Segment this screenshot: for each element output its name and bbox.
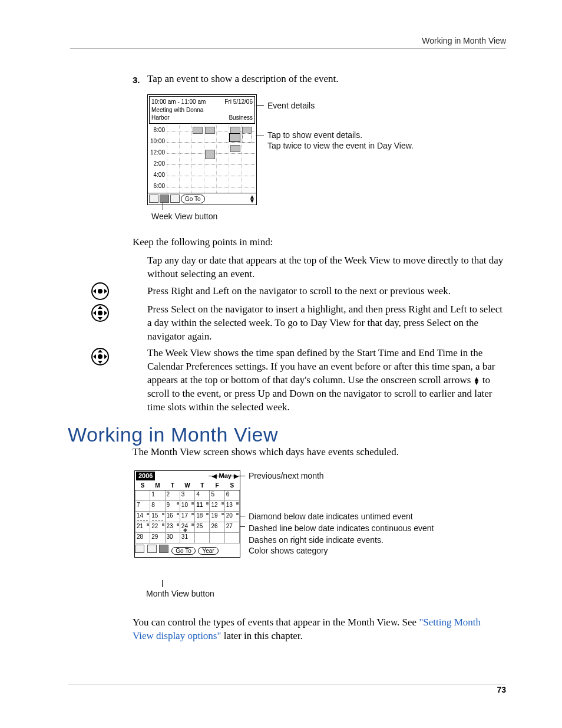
- annotation-line: [162, 580, 163, 587]
- closing-paragraph: You can control the types of events that…: [133, 616, 504, 643]
- day-view-icon[interactable]: [135, 545, 144, 553]
- event-detail-box[interactable]: 10:00 am - 11:00 amFri 5/12/06 Meeting w…: [149, 96, 255, 124]
- day-cell[interactable]: [224, 533, 239, 543]
- day-cell[interactable]: [210, 533, 224, 543]
- day-view-icon[interactable]: [149, 195, 158, 203]
- day-cell[interactable]: 1: [150, 490, 165, 501]
- day-cell[interactable]: 18: [195, 512, 210, 522]
- annotation-dashes: Dashes on right side indicate events.: [249, 535, 384, 546]
- month-view-btn-label: Month View button: [146, 588, 214, 599]
- day-cell[interactable]: 24: [180, 522, 194, 533]
- annotation-line: [240, 516, 245, 516]
- dow: M: [150, 481, 165, 490]
- day-cell[interactable]: 22: [150, 522, 165, 533]
- day-cell[interactable]: 29: [150, 533, 165, 543]
- running-header: Working in Month View: [422, 35, 506, 47]
- day-cell-today[interactable]: 11: [195, 501, 210, 512]
- dow: T: [195, 481, 210, 490]
- event-location: Harbor: [151, 114, 170, 121]
- hour-label: 6:00: [150, 182, 165, 190]
- day-cell[interactable]: 20: [224, 512, 239, 522]
- week-view-icon[interactable]: [147, 545, 157, 553]
- goto-button[interactable]: Go To: [181, 195, 205, 204]
- day-cell[interactable]: 26: [210, 522, 224, 533]
- day-cell[interactable]: 25: [195, 522, 210, 533]
- day-cell[interactable]: 19: [210, 512, 224, 522]
- hour-label: 4:00: [150, 171, 165, 179]
- year-button[interactable]: Year: [198, 547, 218, 555]
- event-block[interactable]: [193, 127, 203, 134]
- day-cell[interactable]: 2: [165, 490, 180, 501]
- event-time: 10:00 am - 11:00 am: [151, 98, 206, 105]
- day-cell[interactable]: 30: [165, 533, 180, 543]
- annotation-tap2: Tap twice to view the event in Day View.: [267, 140, 414, 151]
- day-cell[interactable]: [195, 533, 210, 543]
- annotation-line: [256, 136, 264, 136]
- navigator-icon: [91, 348, 127, 365]
- tip-1: Tap any day or date that appears at the …: [147, 254, 504, 281]
- event-date: Fri 5/12/06: [224, 98, 253, 106]
- annotation-color: Color shows category: [249, 545, 328, 556]
- week-toolbar: Go To ▲▼: [148, 193, 256, 205]
- goto-button[interactable]: Go To: [171, 547, 196, 555]
- annotation-dashed: Dashed line below date indicates continu…: [249, 523, 434, 534]
- event-subject: Meeting with Donna: [151, 106, 253, 114]
- navigator-icon: [91, 304, 127, 322]
- day-cell[interactable]: 9: [165, 501, 180, 512]
- day-cell[interactable]: [135, 490, 150, 501]
- day-cell[interactable]: 3: [180, 490, 194, 501]
- tip-4: The Week View shows the time span define…: [147, 347, 504, 414]
- day-cell[interactable]: 23: [165, 522, 180, 533]
- running-header-text: Working in Month View: [422, 36, 506, 45]
- header-rule: [70, 48, 506, 49]
- event-block[interactable]: [230, 145, 240, 152]
- day-cell[interactable]: 31: [180, 533, 194, 543]
- month-intro: The Month View screen shows which days h…: [133, 446, 504, 459]
- event-block-outline[interactable]: [242, 133, 252, 143]
- month-view-screenshot: 2006 ◀ May ▶ S M T W T F S 1 2 3 4 5 6 7…: [134, 470, 240, 558]
- event-block[interactable]: [205, 150, 215, 159]
- month-grid[interactable]: S M T W T F S 1 2 3 4 5 6 7 8 9 10 11 12…: [135, 481, 240, 544]
- day-cell[interactable]: 7: [135, 501, 150, 512]
- scroll-arrows-icon[interactable]: ▲▼: [249, 195, 255, 203]
- annotation-line: [209, 476, 245, 476]
- day-cell[interactable]: 14: [135, 512, 150, 522]
- annotation-line: [163, 203, 163, 210]
- day-cell[interactable]: 17: [180, 512, 194, 522]
- annotation-line: [240, 526, 245, 527]
- step-text: Tap an event to show a description of th…: [147, 73, 501, 86]
- week-grid[interactable]: 8:00 10:00 12:00 2:00 4:00 6:00: [148, 125, 256, 193]
- day-cell[interactable]: 5: [210, 490, 224, 501]
- day-cell[interactable]: 13: [224, 501, 239, 512]
- event-block-selected[interactable]: [229, 133, 240, 142]
- week-view-icon[interactable]: [160, 195, 169, 203]
- day-cell[interactable]: 4: [195, 490, 210, 501]
- day-cell[interactable]: 12: [210, 501, 224, 512]
- annotation-diamond: Diamond below date indicates untimed eve…: [249, 511, 413, 522]
- annotation-prevnext: Previous/next month: [249, 470, 324, 482]
- day-cell[interactable]: 28: [135, 533, 150, 543]
- closing-a: You can control the types of events that…: [133, 617, 419, 628]
- month-view-icon[interactable]: [170, 195, 180, 203]
- year-label[interactable]: 2006: [136, 472, 155, 480]
- month-toolbar: Go To Year: [135, 543, 240, 557]
- step-number: 3.: [133, 74, 140, 86]
- dow: T: [165, 481, 180, 490]
- hour-label: 10:00: [150, 137, 165, 146]
- dow: W: [180, 481, 194, 490]
- day-cell[interactable]: 6: [224, 490, 239, 501]
- day-cell[interactable]: 8: [150, 501, 165, 512]
- hour-label: 12:00: [150, 149, 165, 157]
- event-category: Business: [229, 114, 253, 122]
- month-view-icon[interactable]: [159, 545, 168, 553]
- hour-label: 2:00: [150, 160, 165, 168]
- scroll-arrows-inline-icon: ▲▼: [474, 377, 480, 385]
- event-block[interactable]: [205, 127, 215, 134]
- day-cell[interactable]: 16: [165, 512, 180, 522]
- day-cell[interactable]: 27: [224, 522, 239, 533]
- day-cell[interactable]: 10: [180, 501, 194, 512]
- navigator-icon: [91, 282, 127, 300]
- day-cell[interactable]: 21: [135, 522, 150, 533]
- tip-2: Press Right and Left on the navigator to…: [147, 285, 504, 298]
- day-cell[interactable]: 15: [150, 512, 165, 522]
